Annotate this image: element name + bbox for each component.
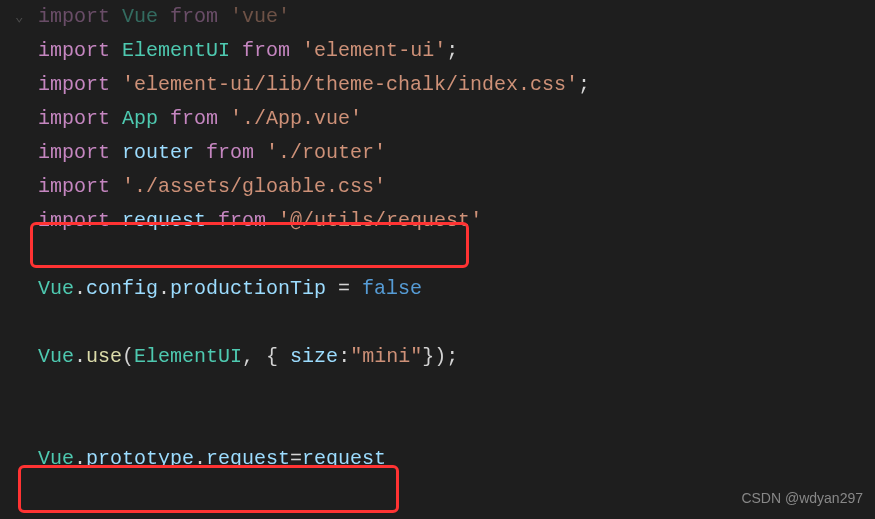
code-editor[interactable]: ⌄import Vue from 'vue' import ElementUI … [0,0,875,476]
code-line: import App from './App.vue' [10,102,875,136]
code-line: import request from '@/utils/request' [10,204,875,238]
code-line [10,306,875,340]
code-line: ⌄import Vue from 'vue' [10,0,875,34]
code-line [10,238,875,272]
code-line: import ElementUI from 'element-ui'; [10,34,875,68]
code-line [10,374,875,408]
code-line: import './assets/gloable.css' [10,170,875,204]
code-line: import router from './router' [10,136,875,170]
code-line: Vue.use(ElementUI, { size:"mini"}); [10,340,875,374]
code-line: Vue.prototype.request=request [10,442,875,476]
fold-icon[interactable]: ⌄ [15,6,23,30]
code-line: Vue.config.productionTip = false [10,272,875,306]
watermark: CSDN @wdyan297 [741,487,863,511]
code-line [10,408,875,442]
code-line: import 'element-ui/lib/theme-chalk/index… [10,68,875,102]
